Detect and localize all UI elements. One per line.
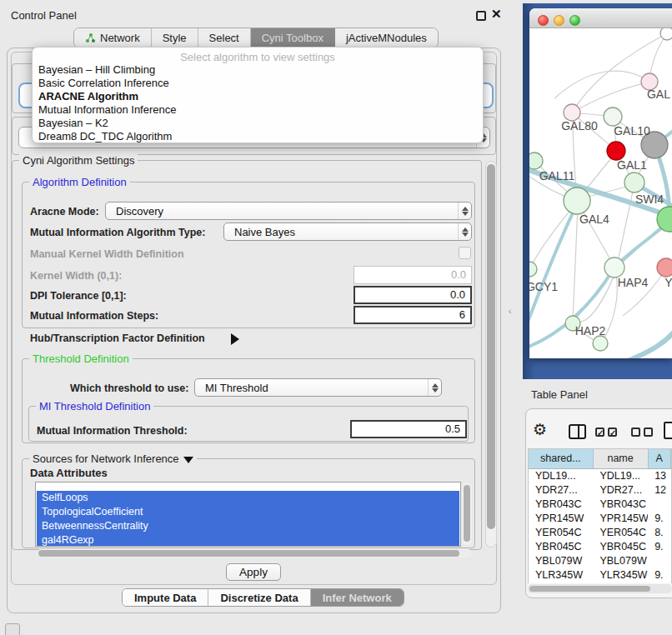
data-attributes-list: SelfLoopsTopologicalCoefficientBetweenne… [35,482,461,547]
window-zoom-icon[interactable] [569,15,580,26]
manual-kernel-width-checkbox[interactable] [459,247,471,259]
tab-label: Style [163,32,187,44]
table-row[interactable]: YBR045C YBR045C 9. [529,540,671,554]
table-column-header[interactable]: A [649,449,671,468]
panel-splitter-handle[interactable]: ‹ [509,307,511,316]
network-node-gcy1[interactable] [529,262,537,277]
document-icon[interactable] [664,422,672,439]
algorithm-list-item[interactable]: Dream8 DC_TDC Algorithm [33,130,483,143]
control-panel-tab[interactable]: Cyni Toolbox [251,28,335,48]
settings-scrollbar-thumb[interactable] [487,164,495,529]
float-window-icon[interactable] [476,11,486,21]
control-panel-tab[interactable]: jActiveMNodules [335,28,438,48]
network-node[interactable] [660,28,672,40]
mi-threshold-label: Mutual Information Threshold: [37,425,188,437]
gear-icon[interactable]: ⚙ [533,420,547,439]
table-row[interactable]: YBR043C YBR043C [529,498,671,512]
attribute-list-item[interactable]: TopologicalCoefficient [37,505,459,519]
sources-title[interactable]: Sources for Network Inference [29,452,197,465]
threshold-definition-title: Threshold Definition [29,352,133,365]
dpi-tolerance-input[interactable]: 0.0 [354,286,472,304]
algorithm-list-item[interactable]: ARACNE Algorithm [33,90,483,103]
which-threshold-select[interactable]: MI Threshold [194,378,442,397]
table-column-header[interactable]: shared... [529,449,594,468]
table-header-row: shared...nameA [529,449,671,469]
network-node-y[interactable] [657,258,672,277]
mi-steps-label: Mutual Information Steps: [30,310,158,322]
control-panel-tabbar: Network Style [73,28,439,48]
network-tab-icon [85,32,96,43]
apply-button[interactable]: Apply [226,563,281,581]
table-row[interactable]: YDL19... YDL19... 13 [529,469,671,483]
table-row[interactable]: YDR27... YDR27... 12 [529,483,671,498]
bottom-tabbar: Impute Data Discretize Data Infer Networ… [122,588,404,607]
network-node-gal80[interactable] [564,104,580,121]
network-node[interactable] [607,142,625,160]
control-panel-tab[interactable]: Select [198,28,251,48]
checked-checkbox-icon[interactable]: ✓ [608,428,617,437]
network-view-window[interactable]: GALGAL80GAL10GAL1GAL11SWI4GAL4HAP4YGCY1H… [529,8,672,358]
tab-label: Network [100,32,140,44]
manual-kernel-width-label: Manual Kernel Width Definition [30,248,184,260]
combo-spinner-icon [428,379,441,396]
network-node-labels: GALGAL80GAL10GAL1GAL11SWI4GAL4HAP4YGCY1H… [529,88,672,338]
collapsed-panel-button[interactable] [5,623,20,635]
network-node-gal4[interactable] [564,188,590,214]
algorithm-list-item[interactable]: Bayesian – K2 [33,117,483,130]
unchecked-checkbox-icon[interactable] [644,428,653,437]
table-row[interactable]: YLR345W YLR345W 9. [529,568,671,582]
attribute-list-item[interactable]: gal4RGexp [37,533,459,547]
node-label: HAP4 [618,276,649,289]
attribute-list-item[interactable]: BetweennessCentrality [37,519,459,533]
network-node[interactable] [593,336,608,351]
table-row[interactable]: YIL053C YIL053C 0 [529,582,671,583]
network-node-hap4[interactable] [604,258,624,278]
aracne-mode-select[interactable]: Discovery [105,202,472,220]
network-node[interactable] [529,152,543,169]
algorithm-list-item[interactable]: Mutual Information Inference [33,103,483,117]
attribute-list-item[interactable]: SelfLoops [37,491,459,505]
table-row[interactable]: YER054C YER054C 8. [529,526,671,540]
tab-label: Cyni Toolbox [262,32,323,44]
algorithm-list-item[interactable]: Bayesian – Hill Climbing [33,63,483,77]
attributes-hscrollbar-thumb[interactable] [38,550,459,557]
node-label: GAL10 [614,124,650,138]
hub-tf-definition-label[interactable]: Hub/Transcription Factor Definition [30,332,205,344]
kernel-width-input[interactable]: 0.0 [354,266,472,284]
popup-placeholder: Select algorithm to view settings [33,48,483,63]
which-threshold-label: Which threshold to use: [70,382,188,394]
node-label: GCY1 [529,280,558,293]
collapse-arrow-icon[interactable] [183,457,193,463]
bottom-tab[interactable]: Impute Data [123,589,208,606]
network-node-gal10[interactable] [604,108,622,126]
network-canvas[interactable]: GALGAL80GAL10GAL1GAL11SWI4GAL4HAP4YGCY1H… [529,28,672,358]
hub-expand-arrow-icon[interactable] [231,333,239,345]
control-panel-tab[interactable]: Style [152,28,198,48]
bottom-tab[interactable]: Discretize Data [208,589,310,606]
column-layout-icon[interactable] [569,424,586,439]
attributes-vscrollbar-thumb[interactable] [464,485,470,542]
table-panel-title: Table Panel [531,388,588,401]
mi-steps-input[interactable]: 6 [354,306,472,324]
mi-threshold-input[interactable]: 0.5 [350,420,467,438]
application-window: Control Panel ✕ Network [0,0,672,635]
window-close-icon[interactable] [538,15,549,26]
table-hscrollbar-thumb[interactable] [529,586,650,592]
node-label: GAL11 [539,169,575,182]
tab-label: Select [209,32,239,44]
algorithm-definition-title: Algorithm Definition [29,176,130,188]
mi-algorithm-type-select[interactable]: Naive Bayes [223,222,472,241]
table-row[interactable]: YBL079W YBL079W [529,554,671,568]
window-minimize-icon[interactable] [554,15,564,26]
table-column-header[interactable]: name [594,449,649,468]
bottom-tab[interactable]: Infer Network [311,589,404,606]
table-row[interactable]: YPR145W YPR145W 9. [529,512,671,526]
algorithm-list-item[interactable]: Basic Correlation Inference [33,77,483,90]
node-label: GAL [647,88,670,101]
unchecked-checkbox-icon[interactable] [631,428,640,437]
network-node-gal1[interactable] [624,172,644,192]
close-icon[interactable]: ✕ [491,7,502,22]
network-window-titlebar[interactable] [529,8,672,28]
control-panel-tab[interactable]: Network [74,28,152,48]
checked-checkbox-icon[interactable]: ✓ [595,428,604,437]
